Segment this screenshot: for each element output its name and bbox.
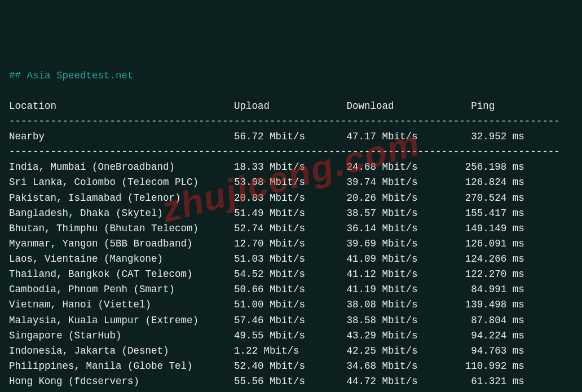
speedtest-output: Location Upload Download Ping ----------… xyxy=(9,99,573,392)
section-title: ## Asia Speedtest.net xyxy=(9,70,134,81)
